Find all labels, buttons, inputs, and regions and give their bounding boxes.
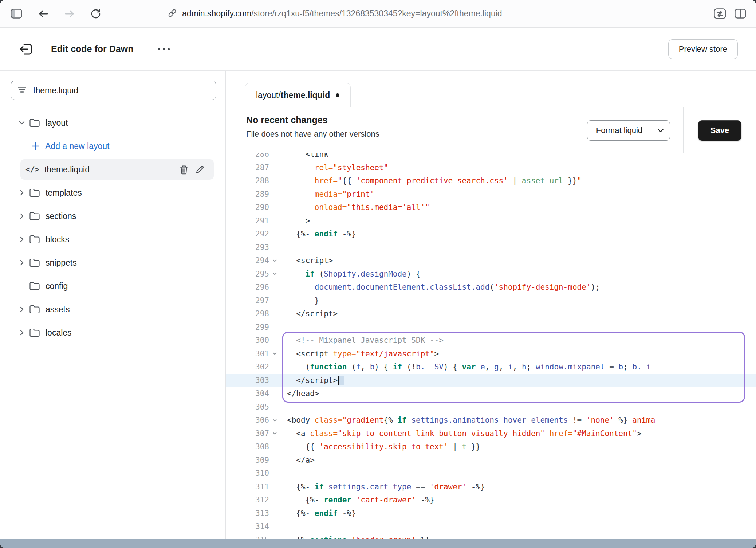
code-line-292[interactable]: 292 {%- endif -%} bbox=[226, 227, 756, 241]
chevron-right-icon[interactable] bbox=[15, 209, 29, 223]
line-number: 296 bbox=[226, 281, 280, 294]
address-bar[interactable]: admin.shopify.com/store/rzq1xu-f5/themes… bbox=[168, 0, 502, 27]
line-number: 315 bbox=[226, 533, 280, 540]
tab-theme-liquid[interactable]: layout/theme.liquid bbox=[245, 83, 351, 107]
code-line-286[interactable]: 286 <link bbox=[226, 153, 756, 161]
editor-pane: layout/theme.liquid No recent changes Fi… bbox=[226, 71, 756, 539]
code-line-298[interactable]: 298 </script> bbox=[226, 307, 756, 321]
split-view-icon[interactable] bbox=[732, 5, 749, 22]
chevron-down-icon[interactable] bbox=[15, 116, 29, 130]
chevron-right-icon[interactable] bbox=[15, 255, 29, 270]
code-line-299[interactable]: 299 bbox=[226, 321, 756, 334]
folder-icon bbox=[29, 328, 40, 337]
window-bottom-edge bbox=[0, 539, 756, 548]
fold-chevron-icon[interactable] bbox=[269, 431, 280, 436]
url-text: admin.shopify.com/store/rzq1xu-f5/themes… bbox=[182, 9, 502, 19]
code-line-294[interactable]: 294 <script> bbox=[226, 254, 756, 267]
fold-chevron-icon[interactable] bbox=[269, 271, 280, 277]
code-line-309[interactable]: 309 </a> bbox=[226, 454, 756, 467]
more-actions-icon[interactable] bbox=[154, 44, 173, 54]
line-number: 300 bbox=[226, 334, 280, 347]
sidebar-item-config[interactable]: config bbox=[11, 274, 216, 298]
code-editor[interactable]: 286 <link287 rel="stylesheet"288 href="{… bbox=[226, 153, 756, 539]
code-line-288[interactable]: 288 href="{{ 'component-predictive-searc… bbox=[226, 174, 756, 188]
code-line-315[interactable]: 315 {% sections 'header-group' %} bbox=[226, 533, 756, 540]
chevron-down-icon[interactable] bbox=[651, 121, 670, 140]
save-button[interactable]: Save bbox=[698, 120, 741, 141]
code-line-306[interactable]: 306<body class="gradient{% if settings.a… bbox=[226, 414, 756, 427]
sidebar-item-templates[interactable]: templates bbox=[11, 181, 216, 204]
code-line-308[interactable]: 308 {{ 'accessibility.skip_to_text' | t … bbox=[226, 440, 756, 454]
line-number: 289 bbox=[226, 188, 280, 201]
exit-icon[interactable] bbox=[17, 41, 34, 58]
chevron-right-icon[interactable] bbox=[15, 185, 29, 200]
format-liquid-button[interactable]: Format liquid bbox=[587, 120, 670, 141]
code-line-302[interactable]: 302 (function (f, b) { if (!b.__SV) { va… bbox=[226, 360, 756, 374]
sidebar-item-theme-liquid[interactable]: </>theme.liquid bbox=[20, 159, 214, 180]
code-line-301[interactable]: 301 <script type="text/javascript"> bbox=[226, 347, 756, 361]
code-line-307[interactable]: 307 <a class="skip-to-content-link butto… bbox=[226, 427, 756, 441]
fold-chevron-icon[interactable] bbox=[269, 418, 280, 423]
save-region: Save bbox=[683, 107, 756, 153]
code-line-313[interactable]: 313 {%- endif -%} bbox=[226, 507, 756, 520]
file-search-box[interactable] bbox=[11, 81, 216, 100]
line-number: 312 bbox=[226, 493, 280, 507]
trash-icon[interactable] bbox=[176, 161, 192, 177]
code-line-311[interactable]: 311 {%- if settings.cart_type == 'drawer… bbox=[226, 480, 756, 494]
chevron-right-icon[interactable] bbox=[15, 302, 29, 317]
forward-icon[interactable] bbox=[61, 5, 78, 22]
code-line-305[interactable]: 305 bbox=[226, 400, 756, 414]
unsaved-changes-dot bbox=[336, 93, 339, 97]
code-line-297[interactable]: 297 } bbox=[226, 294, 756, 308]
chevron-right-icon[interactable] bbox=[15, 232, 29, 247]
pencil-icon[interactable] bbox=[192, 161, 208, 177]
code-line-310[interactable]: 310 bbox=[226, 467, 756, 480]
code-file-icon: </> bbox=[25, 165, 39, 174]
code-line-304[interactable]: 304</head> bbox=[226, 387, 756, 400]
file-search-input[interactable] bbox=[32, 85, 210, 96]
item-label: snippets bbox=[46, 258, 77, 268]
item-label: config bbox=[46, 281, 68, 291]
line-number: 313 bbox=[226, 507, 280, 520]
sidebar-item-snippets[interactable]: snippets bbox=[11, 251, 216, 274]
line-number: 287 bbox=[226, 161, 280, 175]
code-line-287[interactable]: 287 rel="stylesheet" bbox=[226, 161, 756, 175]
item-label: assets bbox=[46, 305, 70, 314]
sidebar-item-layout[interactable]: layout bbox=[11, 111, 216, 134]
back-icon[interactable] bbox=[35, 5, 52, 22]
code-line-289[interactable]: 289 media="print" bbox=[226, 188, 756, 201]
line-number: 293 bbox=[226, 241, 280, 254]
fold-chevron-icon[interactable] bbox=[269, 258, 280, 263]
code-line-291[interactable]: 291 > bbox=[226, 214, 756, 228]
sidebar-item-locales[interactable]: locales bbox=[11, 321, 216, 344]
code-line-312[interactable]: 312 {%- render 'cart-drawer' -%} bbox=[226, 493, 756, 507]
line-number: 307 bbox=[226, 427, 280, 441]
reload-icon[interactable] bbox=[87, 5, 104, 22]
code-line-295[interactable]: 295 if (Shopify.designMode) { bbox=[226, 267, 756, 281]
code-line-300[interactable]: 300 <!-- Mixpanel Javascript SDK --> bbox=[226, 334, 756, 347]
code-line-290[interactable]: 290 onload="this.media='all'" bbox=[226, 201, 756, 214]
folder-icon bbox=[29, 118, 40, 128]
folder-icon bbox=[29, 211, 40, 221]
line-number: 298 bbox=[226, 307, 280, 321]
preview-store-button[interactable]: Preview store bbox=[668, 39, 738, 59]
fold-chevron-icon[interactable] bbox=[269, 351, 280, 356]
link-icon bbox=[168, 8, 177, 19]
line-number: 305 bbox=[226, 400, 280, 414]
sidebar-item-add-a-new-layout[interactable]: Add a new layout bbox=[11, 134, 216, 158]
plus-icon bbox=[31, 141, 40, 151]
sidebar-item-blocks[interactable]: blocks bbox=[11, 228, 216, 251]
code-line-296[interactable]: 296 document.documentElement.classList.a… bbox=[226, 281, 756, 294]
filter-icon bbox=[17, 85, 27, 96]
chevron-right-icon[interactable] bbox=[15, 325, 29, 340]
sidebar-item-sections[interactable]: sections bbox=[11, 204, 216, 228]
sidebar-toggle-icon[interactable] bbox=[8, 5, 25, 22]
item-label: layout bbox=[46, 118, 68, 128]
code-lines: 286 <link287 rel="stylesheet"288 href="{… bbox=[226, 153, 756, 539]
tab-file-name: theme.liquid bbox=[281, 90, 330, 100]
code-line-314[interactable]: 314 bbox=[226, 520, 756, 533]
code-line-303[interactable]: 303 </script> bbox=[226, 374, 756, 387]
sidebar-item-assets[interactable]: assets bbox=[11, 298, 216, 321]
extensions-icon[interactable] bbox=[712, 5, 728, 22]
code-line-293[interactable]: 293 bbox=[226, 241, 756, 254]
